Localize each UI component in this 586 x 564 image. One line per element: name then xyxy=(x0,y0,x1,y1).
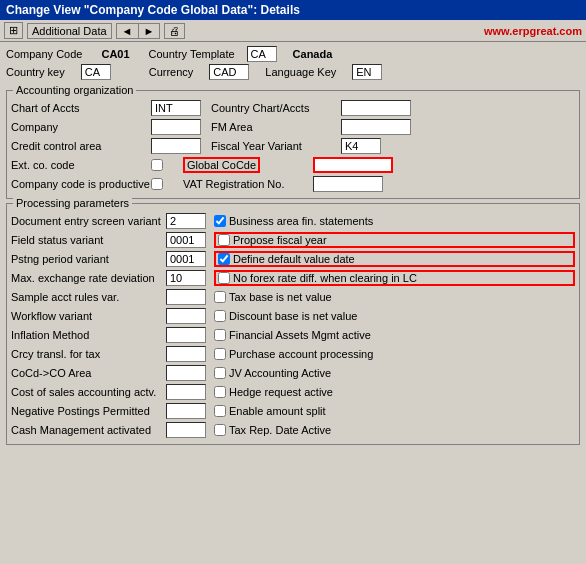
proc-check-6[interactable] xyxy=(214,329,226,341)
company-row: Company FM Area xyxy=(11,118,575,135)
company-input[interactable] xyxy=(151,119,201,135)
proc-check-5[interactable] xyxy=(214,310,226,322)
proc-label-10: Negative Postings Permitted xyxy=(11,405,166,417)
proc-label-9: Cost of sales accounting actv. xyxy=(11,386,166,398)
proc-value-input-6[interactable] xyxy=(166,327,206,343)
accounting-org-content: Chart of Accts Country Chart/Accts Compa… xyxy=(11,99,575,192)
proc-label-2: Pstng period variant xyxy=(11,253,166,265)
country-key-row: Country key Currency Language Key xyxy=(6,64,580,80)
proc-row-6: Inflation MethodFinancial Assets Mgmt ac… xyxy=(11,326,575,343)
proc-label-3: Max. exchange rate deviation xyxy=(11,272,166,284)
proc-label-11: Cash Management activated xyxy=(11,424,166,436)
country-template-input[interactable] xyxy=(247,46,277,62)
next-button[interactable]: ► xyxy=(139,24,160,38)
proc-check-label-1: Propose fiscal year xyxy=(233,234,327,246)
global-cocode-label-text: Global CoCde xyxy=(183,157,260,173)
company-code-row: Company Code CA01 Country Template Canad… xyxy=(6,46,580,62)
country-key-label: Country key xyxy=(6,66,65,78)
accounting-org-title: Accounting organization xyxy=(13,84,136,96)
nav-buttons: ◄ ► xyxy=(116,23,161,39)
company-code-value: CA01 xyxy=(98,47,132,61)
country-template-label: Country Template xyxy=(149,48,235,60)
language-key-label: Language Key xyxy=(265,66,336,78)
proc-value-input-2[interactable] xyxy=(166,251,206,267)
fiscal-year-input[interactable] xyxy=(341,138,381,154)
country-chart-input[interactable] xyxy=(341,100,411,116)
ext-co-code-label: Ext. co. code xyxy=(11,159,151,171)
print-button[interactable]: 🖨 xyxy=(164,23,185,39)
proc-row-2: Pstng period variantDefine default value… xyxy=(11,250,575,267)
proc-label-8: CoCd->CO Area xyxy=(11,367,166,379)
proc-row-9: Cost of sales accounting actv.Hedge requ… xyxy=(11,383,575,400)
proc-value-input-8[interactable] xyxy=(166,365,206,381)
proc-check-label-9: Hedge request active xyxy=(229,386,333,398)
processing-section: Processing parameters Document entry scr… xyxy=(6,203,580,445)
ext-co-code-checkbox[interactable] xyxy=(151,159,163,171)
proc-check-label-8: JV Accounting Active xyxy=(229,367,331,379)
proc-row-4: Sample acct rules var.Tax base is net va… xyxy=(11,288,575,305)
company-productive-checkbox[interactable] xyxy=(151,178,163,190)
proc-value-input-11[interactable] xyxy=(166,422,206,438)
credit-control-row: Credit control area Fiscal Year Variant xyxy=(11,137,575,154)
proc-check-label-3: No forex rate diff. when clearing in LC xyxy=(233,272,417,284)
proc-check-4[interactable] xyxy=(214,291,226,303)
chart-of-accts-row: Chart of Accts Country Chart/Accts xyxy=(11,99,575,116)
proc-value-input-7[interactable] xyxy=(166,346,206,362)
company-label: Company xyxy=(11,121,151,133)
proc-check-7[interactable] xyxy=(214,348,226,360)
proc-check-0[interactable] xyxy=(214,215,226,227)
proc-check-9[interactable] xyxy=(214,386,226,398)
proc-label-6: Inflation Method xyxy=(11,329,166,341)
proc-check-1[interactable] xyxy=(218,234,230,246)
proc-check-label-6: Financial Assets Mgmt active xyxy=(229,329,371,341)
processing-content: Document entry screen variantBusiness ar… xyxy=(11,212,575,438)
proc-row-10: Negative Postings PermittedEnable amount… xyxy=(11,402,575,419)
proc-row-11: Cash Management activatedTax Rep. Date A… xyxy=(11,421,575,438)
company-productive-label: Company code is productive xyxy=(11,178,151,190)
proc-check-11[interactable] xyxy=(214,424,226,436)
proc-row-3: Max. exchange rate deviationNo forex rat… xyxy=(11,269,575,286)
additional-data-button[interactable]: Additional Data xyxy=(27,23,112,39)
proc-check-label-7: Purchase account processing xyxy=(229,348,373,360)
proc-value-input-5[interactable] xyxy=(166,308,206,324)
page-title: Change View "Company Code Global Data": … xyxy=(6,3,300,17)
proc-label-7: Crcy transl. for tax xyxy=(11,348,166,360)
currency-label: Currency xyxy=(149,66,194,78)
proc-check-10[interactable] xyxy=(214,405,226,417)
proc-value-input-9[interactable] xyxy=(166,384,206,400)
proc-label-4: Sample acct rules var. xyxy=(11,291,166,303)
currency-input[interactable] xyxy=(209,64,249,80)
vat-reg-input[interactable] xyxy=(313,176,383,192)
chart-of-accts-label: Chart of Accts xyxy=(11,102,151,114)
global-cocode-input[interactable] xyxy=(313,157,393,173)
proc-value-input-3[interactable] xyxy=(166,270,206,286)
proc-value-input-1[interactable] xyxy=(166,232,206,248)
country-name-value: Canada xyxy=(293,48,333,60)
ext-co-code-row: Ext. co. code Global CoCde xyxy=(11,156,575,173)
credit-control-label: Credit control area xyxy=(11,140,151,152)
proc-check-8[interactable] xyxy=(214,367,226,379)
company-productive-row: Company code is productive VAT Registrat… xyxy=(11,175,575,192)
fiscal-year-label: Fiscal Year Variant xyxy=(211,140,341,152)
proc-row-1: Field status variantPropose fiscal year xyxy=(11,231,575,248)
proc-check-3[interactable] xyxy=(218,272,230,284)
language-key-input[interactable] xyxy=(352,64,382,80)
proc-label-0: Document entry screen variant xyxy=(11,215,166,227)
fm-area-input[interactable] xyxy=(341,119,411,135)
proc-check-2[interactable] xyxy=(218,253,230,265)
country-key-input[interactable] xyxy=(81,64,111,80)
toolbar: ⊞ Additional Data ◄ ► 🖨 www.erpgreat.com xyxy=(0,20,586,42)
prev-button[interactable]: ◄ xyxy=(117,24,139,38)
credit-control-input[interactable] xyxy=(151,138,201,154)
proc-check-label-2: Define default value date xyxy=(233,253,355,265)
table-icon-button[interactable]: ⊞ xyxy=(4,22,23,39)
proc-value-input-4[interactable] xyxy=(166,289,206,305)
proc-value-input-10[interactable] xyxy=(166,403,206,419)
proc-value-input-0[interactable] xyxy=(166,213,206,229)
chart-of-accts-input[interactable] xyxy=(151,100,201,116)
proc-check-label-0: Business area fin. statements xyxy=(229,215,373,227)
global-cocode-label: Global CoCde xyxy=(183,157,313,173)
header-area: Company Code CA01 Country Template Canad… xyxy=(0,42,586,86)
watermark: www.erpgreat.com xyxy=(484,25,582,37)
proc-check-label-11: Tax Rep. Date Active xyxy=(229,424,331,436)
